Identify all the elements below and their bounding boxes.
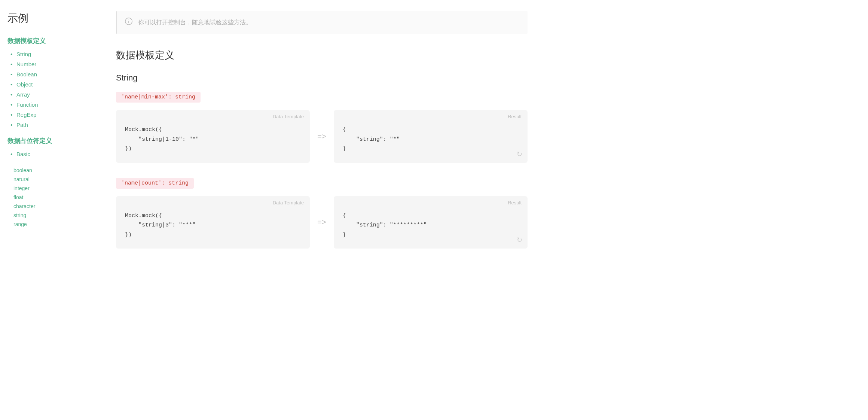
example-1-tag: 'name|min-max': string — [116, 92, 201, 103]
sidebar-item-boolean[interactable]: Boolean — [10, 69, 89, 79]
sidebar-item-float[interactable]: float — [13, 193, 89, 202]
example-2-left-label: Data Template — [273, 200, 304, 206]
example-2-right-label: Result — [508, 200, 522, 206]
main-content: 你可以打开控制台，随意地试验这些方法。 数据模板定义 String 'name|… — [97, 0, 546, 420]
sidebar-section-1-list: String Number Boolean Object Array Funct… — [10, 49, 89, 130]
example-2-tag: 'name|count': string — [116, 178, 194, 189]
reload-icon-1[interactable]: ↻ — [517, 150, 522, 158]
sidebar-section-2-list: Basic — [10, 149, 89, 159]
sidebar-item-function[interactable]: Function — [10, 100, 89, 110]
sidebar-item-range[interactable]: range — [13, 220, 89, 229]
page-title: 示例 — [7, 11, 89, 25]
example-1-panels: Data Template Mock.mock({ "string|1-10":… — [116, 110, 528, 163]
sidebar-item-boolean-sub[interactable]: boolean — [13, 166, 89, 175]
sidebar-item-character[interactable]: character — [13, 202, 89, 211]
example-2-right-code: { "string": "*********" } — [334, 196, 528, 249]
reload-icon-2[interactable]: ↻ — [517, 236, 522, 244]
sub-heading: String — [116, 73, 528, 83]
sidebar-item-regexp[interactable]: RegExp — [10, 110, 89, 120]
example-1-arrow: => — [310, 132, 333, 141]
section-heading: 数据模板定义 — [116, 49, 528, 62]
sidebar-item-string-sub[interactable]: string — [13, 211, 89, 220]
sidebar-item-integer[interactable]: integer — [13, 184, 89, 193]
sidebar-item-natural[interactable]: natural — [13, 175, 89, 184]
example-1-left-label: Data Template — [273, 114, 304, 119]
example-2-panels: Data Template Mock.mock({ "string|3": "*… — [116, 196, 528, 249]
sidebar-item-basic[interactable]: Basic — [10, 149, 89, 159]
example-1-right-code: { "string": "*" } — [334, 110, 528, 163]
example-1-left-panel: Data Template Mock.mock({ "string|1-10":… — [116, 110, 310, 163]
example-2-arrow: => — [310, 218, 333, 226]
example-1-right-label: Result — [508, 114, 522, 119]
sidebar-item-path[interactable]: Path — [10, 120, 89, 130]
hint-box: 你可以打开控制台，随意地试验这些方法。 — [116, 11, 528, 34]
sidebar-sub-list: boolean natural integer float character … — [13, 166, 89, 229]
sidebar-section-2-title[interactable]: 数据占位符定义 — [7, 137, 89, 145]
hint-text: 你可以打开控制台，随意地试验这些方法。 — [138, 19, 252, 27]
hint-icon — [125, 17, 133, 28]
example-2-left-panel: Data Template Mock.mock({ "string|3": "*… — [116, 196, 310, 249]
sidebar: 示例 数据模板定义 String Number Boolean Object A… — [0, 0, 97, 420]
sidebar-section-1-title[interactable]: 数据模板定义 — [7, 37, 89, 45]
example-1-right-panel: Result { "string": "*" } ↻ — [334, 110, 528, 163]
example-2-right-panel: Result { "string": "*********" } ↻ — [334, 196, 528, 249]
example-2: 'name|count': string Data Template Mock.… — [116, 178, 528, 249]
example-1: 'name|min-max': string Data Template Moc… — [116, 92, 528, 163]
sidebar-item-number[interactable]: Number — [10, 59, 89, 69]
sidebar-item-array[interactable]: Array — [10, 89, 89, 100]
sidebar-item-object[interactable]: Object — [10, 79, 89, 89]
sidebar-item-string[interactable]: String — [10, 49, 89, 59]
